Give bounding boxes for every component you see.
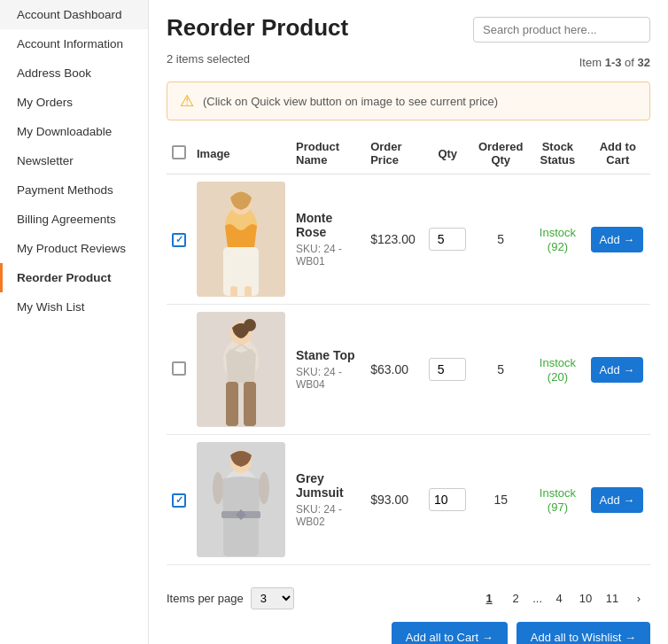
- product-price-grey-jumsuit: $93.00: [370, 493, 408, 507]
- col-header-add-to-cart: Add toCart: [586, 133, 650, 175]
- col-header-stock-status: StockStatus: [530, 133, 585, 175]
- search-input[interactable]: [473, 17, 650, 43]
- add-all-to-cart-button[interactable]: Add all to Cart →: [392, 622, 508, 644]
- svg-rect-3: [223, 247, 259, 296]
- table-footer: Items per page 36912 12...41011›: [167, 578, 650, 609]
- table-row: Stane Top SKU: 24 - WB04 $63.00 5 Instoc…: [167, 305, 650, 435]
- item-count-prefix: Item: [579, 56, 605, 69]
- items-per-page: Items per page 36912: [167, 587, 294, 609]
- svg-rect-4: [230, 286, 237, 297]
- product-image-monte-rose: [197, 182, 285, 297]
- add-to-cart-button-monte-rose[interactable]: Add →: [591, 227, 644, 252]
- per-page-select[interactable]: 36912: [251, 587, 294, 609]
- sidebar-item-my-downloadable[interactable]: My Downloadable: [0, 117, 148, 146]
- product-sku-stane-top: SKU: 24 - WB04: [296, 366, 360, 391]
- add-to-cart-button-grey-jumsuit[interactable]: Add →: [591, 487, 644, 513]
- svg-rect-5: [245, 286, 252, 297]
- table-row: Monte Rose SKU: 24 - WB01 $123.00 5 Inst…: [167, 175, 650, 305]
- product-name-grey-jumsuit: Grey Jumsuit: [296, 471, 360, 500]
- item-count-suffix: of: [621, 56, 637, 69]
- product-price-monte-rose: $123.00: [370, 232, 416, 246]
- svg-point-19: [213, 472, 223, 504]
- product-image-grey-jumsuit: [197, 442, 285, 557]
- product-name-monte-rose: Monte Rose: [296, 211, 360, 239]
- sidebar-item-account-dashboard[interactable]: Account Dashboard: [0, 0, 148, 29]
- pagination: 12...41011›: [478, 586, 650, 609]
- col-header-order-price: Order Price: [365, 133, 423, 175]
- product-ordered-qty-monte-rose: 5: [497, 232, 504, 246]
- product-table: Image Product Name Order Price Qty Order…: [167, 133, 650, 565]
- product-checkbox-grey-jumsuit[interactable]: [172, 493, 186, 508]
- sidebar-item-billing-agreements[interactable]: Billing Agreements: [0, 205, 148, 234]
- product-qty-monte-rose[interactable]: [429, 228, 466, 251]
- add-to-cart-button-stane-top[interactable]: Add →: [591, 357, 644, 383]
- item-count: Item 1-3 of 32: [579, 56, 650, 69]
- sidebar-item-address-book[interactable]: Address Book: [0, 58, 148, 88]
- product-stock-stane-top: Instock (20): [540, 356, 576, 384]
- pagination-ellipsis: ...: [531, 592, 544, 605]
- sidebar-item-account-information[interactable]: Account Information: [0, 29, 148, 58]
- pagination-page-11[interactable]: 11: [601, 586, 624, 609]
- page-title: Reorder Product: [167, 14, 348, 42]
- product-name-stane-top: Stane Top: [296, 348, 360, 362]
- sidebar-item-payment-methods[interactable]: Payment Methods: [0, 175, 148, 205]
- product-stock-grey-jumsuit: Instock (97): [540, 486, 576, 514]
- pagination-page-1[interactable]: 1: [478, 586, 501, 609]
- col-header-product-name: Product Name: [291, 133, 365, 175]
- col-header-ordered-qty: Ordered Qty: [471, 133, 530, 175]
- pagination-page-2[interactable]: 2: [504, 586, 527, 609]
- sidebar: Account Dashboard Account Information Ad…: [0, 0, 149, 644]
- pagination-next[interactable]: ›: [627, 586, 650, 609]
- sidebar-item-reorder-product[interactable]: Reorder Product: [0, 263, 148, 292]
- product-sku-grey-jumsuit: SKU: 24 - WB02: [296, 503, 360, 528]
- sidebar-item-my-orders[interactable]: My Orders: [0, 88, 148, 117]
- alert-banner: ⚠ (Click on Quick view button on image t…: [167, 81, 650, 120]
- col-header-image: Image: [191, 133, 291, 175]
- product-checkbox-stane-top[interactable]: [172, 361, 186, 376]
- item-range: 1-3: [605, 56, 622, 69]
- items-selected-label: 2 items selected: [167, 52, 250, 66]
- col-header-qty: Qty: [423, 133, 471, 175]
- items-per-page-label: Items per page: [167, 592, 244, 605]
- pagination-page-10[interactable]: 10: [574, 586, 597, 609]
- svg-point-20: [259, 472, 269, 504]
- table-row: Grey Jumsuit SKU: 24 - WB02 $93.00 15 In…: [167, 435, 650, 565]
- product-stock-monte-rose: Instock (92): [540, 226, 576, 253]
- sidebar-item-newsletter[interactable]: Newsletter: [0, 146, 148, 175]
- select-all-checkbox[interactable]: [172, 145, 186, 159]
- total-items: 32: [638, 56, 650, 69]
- warning-icon: ⚠: [180, 91, 194, 111]
- sidebar-item-my-wish-list[interactable]: My Wish List: [0, 292, 148, 322]
- sidebar-item-my-product-reviews[interactable]: My Product Reviews: [0, 234, 148, 263]
- product-qty-stane-top[interactable]: [429, 358, 466, 381]
- svg-rect-11: [244, 382, 256, 426]
- product-sku-monte-rose: SKU: 24 - WB01: [296, 243, 360, 268]
- main-content: Reorder Product 2 items selected Item 1-…: [149, 0, 668, 644]
- add-all-to-wishlist-button[interactable]: Add all to Wishlist →: [517, 622, 650, 644]
- svg-rect-10: [226, 382, 238, 426]
- product-ordered-qty-grey-jumsuit: 15: [493, 493, 508, 507]
- product-ordered-qty-stane-top: 5: [497, 362, 504, 376]
- product-price-stane-top: $63.00: [370, 362, 408, 376]
- product-checkbox-monte-rose[interactable]: [172, 233, 186, 247]
- action-buttons: Add all to Cart → Add all to Wishlist →: [167, 622, 650, 644]
- alert-text: (Click on Quick view button on image to …: [203, 95, 498, 108]
- title-row: Reorder Product: [167, 14, 650, 45]
- svg-point-9: [244, 319, 256, 331]
- product-image-stane-top: [197, 312, 285, 427]
- product-qty-grey-jumsuit[interactable]: [429, 488, 466, 511]
- pagination-page-4[interactable]: 4: [548, 586, 571, 609]
